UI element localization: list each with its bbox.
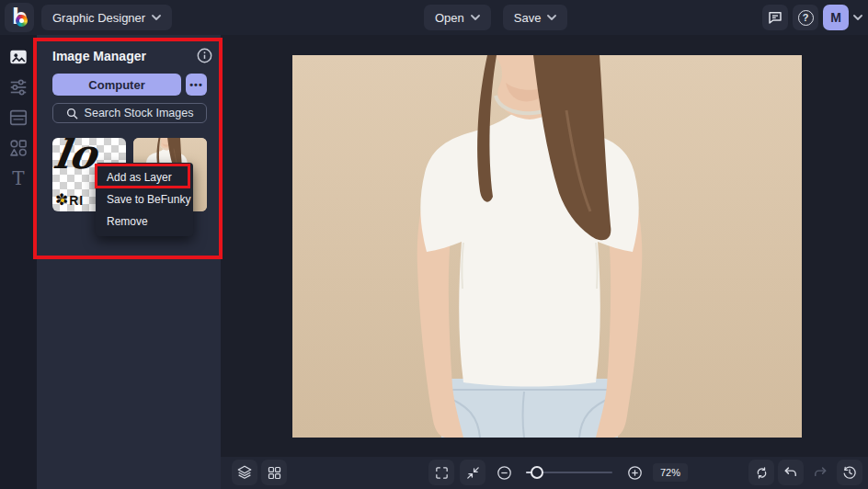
minus-circle-icon — [496, 464, 513, 482]
more-sources-button[interactable]: ••• — [186, 74, 207, 96]
history-clock-icon — [841, 464, 858, 481]
mode-selector-label: Graphic Designer — [52, 11, 145, 25]
sidebar-item-graphics[interactable] — [6, 138, 31, 158]
befunky-app: b Graphic Designer Open Save — [0, 0, 868, 489]
layout-icon — [8, 108, 29, 128]
chevron-down-icon — [547, 15, 556, 20]
chevron-down-icon — [152, 15, 161, 20]
image-icon — [8, 47, 29, 67]
undo-button[interactable] — [778, 460, 804, 485]
feedback-button[interactable] — [762, 5, 788, 30]
menu-item-save-to-befunky[interactable]: Save to BeFunky — [96, 188, 193, 210]
layers-button[interactable] — [232, 460, 257, 485]
redo-button[interactable] — [807, 460, 833, 485]
fit-to-screen-button[interactable] — [460, 460, 485, 485]
open-button-label: Open — [435, 11, 464, 25]
avatar[interactable]: M — [823, 5, 849, 30]
plus-circle-icon — [626, 464, 644, 482]
flower-icon: ✽ — [55, 192, 68, 208]
sync-icon — [754, 465, 770, 481]
zoom-slider-knob[interactable] — [531, 466, 543, 479]
befunky-logo[interactable]: b — [5, 3, 34, 32]
zoom-out-button[interactable] — [491, 460, 517, 485]
menu-item-add-as-layer[interactable]: Add as Layer — [96, 166, 193, 188]
sidebar-item-text[interactable]: T — [6, 168, 31, 188]
help-button[interactable]: ? — [793, 5, 818, 30]
topbar: b Graphic Designer Open Save — [0, 0, 868, 35]
undo-icon — [782, 464, 799, 481]
sidebar-item-image-manager[interactable] — [6, 47, 31, 67]
account-chevron-down-icon[interactable] — [853, 15, 862, 20]
logo-caption-text: RI — [69, 193, 84, 208]
pages-button[interactable] — [261, 460, 287, 485]
reset-button[interactable] — [748, 460, 774, 485]
layers-icon — [236, 464, 253, 481]
history-button[interactable] — [837, 460, 862, 485]
fullscreen-icon — [434, 465, 450, 481]
sliders-icon — [8, 77, 29, 97]
tool-sidebar: T — [0, 35, 37, 489]
zoom-in-button[interactable] — [622, 460, 647, 485]
menu-item-remove[interactable]: Remove — [96, 210, 193, 233]
zoom-slider[interactable] — [526, 460, 612, 485]
bottom-toolbar: 72% — [221, 457, 868, 489]
save-button-label: Save — [514, 11, 542, 25]
fullscreen-button[interactable] — [428, 460, 454, 485]
chevron-down-icon — [471, 15, 480, 20]
open-button[interactable]: Open — [424, 5, 491, 30]
panel-title: Image Manager — [52, 49, 146, 63]
search-placeholder: Search Stock Images — [85, 107, 194, 119]
stock-image-search[interactable]: Search Stock Images — [52, 103, 207, 123]
thumbnail-context-menu: Add as Layer Save to BeFunky Remove — [96, 163, 193, 236]
sidebar-item-customize[interactable] — [6, 77, 31, 97]
zoom-level-badge: 72% — [653, 463, 688, 482]
shapes-icon — [8, 138, 29, 158]
logo-script-text: lo — [52, 138, 100, 177]
grid-icon — [267, 465, 282, 481]
search-icon — [66, 108, 78, 119]
design-canvas[interactable] — [221, 35, 868, 457]
sidebar-item-templates[interactable] — [6, 108, 31, 128]
computer-upload-button[interactable]: Computer — [52, 74, 181, 96]
info-icon[interactable] — [197, 48, 212, 63]
fit-screen-icon — [465, 465, 481, 481]
image-manager-panel: Image Manager Computer ••• Search Stock … — [37, 35, 221, 489]
canvas-image-tshirt-model[interactable] — [292, 55, 802, 438]
question-mark-icon: ? — [798, 10, 814, 26]
text-icon: T — [12, 169, 24, 188]
color-wheel-icon — [16, 15, 28, 27]
chat-bubble-icon — [767, 9, 783, 26]
save-button[interactable]: Save — [503, 5, 568, 30]
mode-selector[interactable]: Graphic Designer — [41, 5, 172, 30]
redo-icon — [812, 464, 828, 481]
